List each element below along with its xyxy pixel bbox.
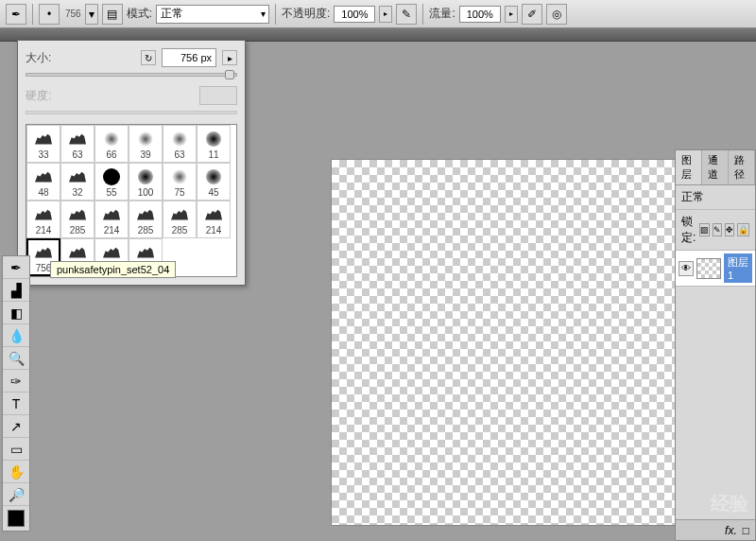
brush-preset[interactable]: 285 (60, 201, 94, 238)
brush-preset[interactable]: 214 (94, 201, 129, 238)
brush-size-label: 100 (138, 187, 154, 198)
flow-flyout-icon[interactable]: ▸ (505, 6, 518, 23)
brush-size-label: 756 (36, 263, 52, 273)
dodge-tool[interactable]: 🔍 (3, 347, 29, 370)
brush-preset[interactable]: 214 (26, 201, 60, 238)
brush-shape-icon (66, 204, 89, 225)
foreground-color[interactable] (8, 510, 25, 527)
lock-label: 锁定: (681, 214, 696, 246)
tab-channels[interactable]: 通道 (702, 150, 729, 184)
brush-preset[interactable]: 33 (26, 125, 60, 163)
flow-input[interactable] (459, 6, 501, 23)
size-label: 大小: (26, 50, 65, 66)
layer-blend-mode[interactable]: 正常 (676, 185, 755, 210)
watermark: 经验 (711, 491, 748, 516)
lock-all-icon[interactable]: 🔒 (737, 223, 749, 236)
brush-preset[interactable]: 75 (163, 163, 197, 201)
type-tool[interactable]: T (3, 393, 29, 415)
size-input[interactable] (162, 48, 216, 67)
brush-preset[interactable]: 285 (129, 201, 163, 238)
brush-size-label: 66 (106, 149, 116, 160)
fx-menu[interactable]: fx. (725, 524, 737, 537)
layer-lock-row: 锁定: ▨ ✎ ✥ 🔒 (676, 210, 755, 251)
lock-pixels-icon[interactable]: ✎ (713, 223, 722, 236)
slider-thumb[interactable] (225, 70, 234, 79)
brush-preset[interactable]: 63 (163, 125, 197, 163)
brush-shape-icon (100, 242, 123, 263)
document-canvas[interactable] (331, 159, 682, 526)
blend-mode-dropdown[interactable]: 正常 (156, 5, 269, 24)
lock-transparency-icon[interactable]: ▨ (699, 223, 710, 236)
path-tool[interactable]: ↗ (3, 415, 29, 438)
tools-panel: ✒ ▟ ◧ 💧 🔍 ✑ T ↗ ▭ ✋ 🔎 (2, 255, 30, 532)
separator (32, 4, 33, 25)
brush-preset[interactable]: 66 (94, 125, 129, 163)
reset-size-icon[interactable]: ↻ (141, 50, 156, 65)
airbrush-icon[interactable]: ✐ (522, 4, 542, 25)
brush-preset[interactable]: 39 (129, 125, 163, 163)
opacity-flyout-icon[interactable]: ▸ (379, 6, 392, 23)
brush-shape-icon (168, 166, 191, 187)
layer-row[interactable]: 👁 图层 1 (676, 251, 755, 287)
stamp-tool[interactable]: ▟ (3, 279, 29, 302)
separator (275, 4, 276, 25)
hand-tool[interactable]: ✋ (3, 461, 29, 483)
brush-shape-icon (168, 204, 191, 225)
brush-size-label: 214 (206, 225, 222, 236)
brush-shape-icon (134, 166, 157, 187)
blur-tool[interactable]: 💧 (3, 324, 29, 347)
layers-panel-tabs: 图层 通道 路径 (676, 150, 755, 185)
brush-size-label: 214 (104, 225, 120, 236)
popup-menu-icon[interactable]: ▸ (222, 50, 237, 65)
brush-size-label: 75 (174, 187, 184, 198)
lock-position-icon[interactable]: ✥ (725, 223, 734, 236)
brush-shape-icon (100, 129, 123, 149)
brush-preset[interactable]: 11 (197, 125, 231, 163)
opacity-input[interactable] (334, 6, 375, 23)
brush-preview-icon[interactable]: • (39, 4, 60, 25)
separator (422, 4, 423, 25)
eraser-tool[interactable]: ◧ (3, 302, 29, 324)
brush-shape-icon (100, 204, 123, 225)
zoom-tool[interactable]: 🔎 (3, 483, 29, 506)
brush-shape-icon (134, 242, 157, 263)
layer-thumbnail[interactable] (696, 258, 721, 279)
brush-size-label: 48 (38, 187, 48, 198)
pen-tool[interactable]: ✑ (3, 370, 29, 393)
brush-preset[interactable]: 45 (197, 163, 231, 201)
layer-name[interactable]: 图层 1 (724, 253, 752, 283)
brush-tool-icon[interactable]: ✒ (6, 4, 26, 25)
brush-shape-icon (202, 166, 225, 187)
brush-preset[interactable]: 63 (60, 125, 94, 163)
brush-preset-grid: 3363663963114832551007545214285214285285… (26, 124, 237, 277)
brush-preset-picker-icon[interactable]: ▾ (85, 4, 98, 25)
tab-paths[interactable]: 路径 (729, 150, 755, 184)
brush-shape-icon (66, 129, 89, 149)
brush-shape-icon (168, 129, 191, 149)
size-slider[interactable] (26, 73, 237, 77)
brush-preset[interactable]: 285 (163, 201, 197, 238)
brush-panel-toggle-icon[interactable]: ▤ (102, 4, 123, 25)
brush-size-label: 55 (106, 187, 116, 198)
brush-size-label: 32 (72, 187, 82, 198)
brush-tool[interactable]: ✒ (3, 256, 29, 279)
tablet-opacity-icon[interactable]: ✎ (396, 4, 417, 25)
tablet-pressure-icon[interactable]: ◎ (546, 4, 567, 25)
brush-preset[interactable]: 214 (197, 201, 231, 238)
brush-shape-icon (66, 166, 89, 187)
brush-shape-icon (32, 129, 55, 149)
hardness-label: 硬度: (26, 88, 65, 104)
brush-size-label: 39 (140, 149, 150, 160)
brush-preset[interactable]: 32 (60, 163, 94, 201)
blend-mode-value: 正常 (161, 6, 183, 22)
brush-preset[interactable]: 100 (129, 163, 163, 201)
brush-preset[interactable]: 48 (26, 163, 60, 201)
brush-preset-popup: 大小: ↻ ▸ 硬度: 3363663963114832551007545214… (17, 40, 246, 286)
shape-tool[interactable]: ▭ (3, 438, 29, 461)
brush-shape-icon (100, 166, 123, 187)
visibility-toggle-icon[interactable]: 👁 (679, 261, 694, 276)
tab-layers[interactable]: 图层 (676, 150, 702, 184)
mask-button[interactable]: □ (743, 524, 749, 537)
brush-size-label: 214 (36, 225, 52, 236)
brush-preset[interactable]: 55 (94, 163, 129, 201)
